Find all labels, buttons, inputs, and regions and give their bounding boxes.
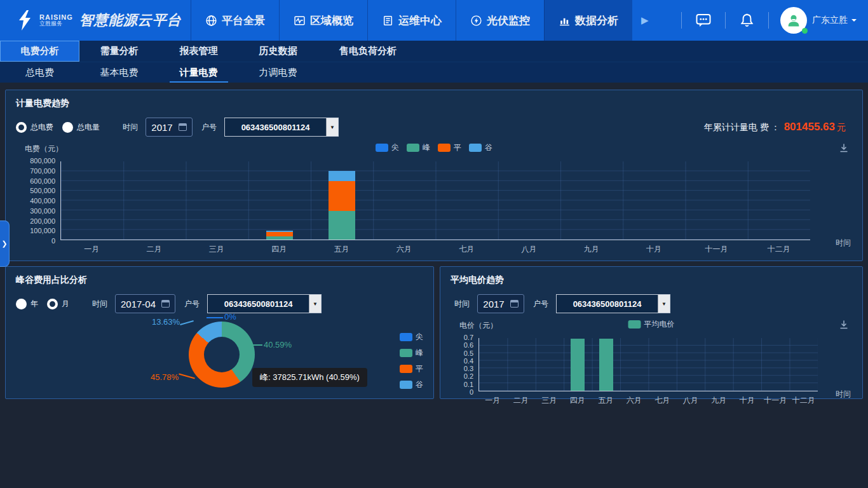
radio-total-fee[interactable] (16, 122, 27, 133)
y-tick-label: 700,000 (30, 167, 55, 175)
panel-title: 平均电价趋势 (440, 267, 862, 286)
x-tick-label: 七月 (435, 244, 498, 255)
legend-label: 平均电价 (644, 319, 675, 330)
bar[interactable] (329, 161, 355, 240)
tab-power-factor-fee[interactable]: 力调电费 (238, 62, 318, 83)
year-picker[interactable]: 2017 (146, 118, 193, 137)
year-picker[interactable]: 2017 (477, 294, 524, 313)
globe-icon (205, 15, 217, 27)
bar[interactable] (79, 161, 105, 240)
tab-label: 历史数据 (259, 45, 297, 57)
bar[interactable] (516, 161, 543, 240)
bar[interactable] (454, 161, 480, 240)
bar[interactable] (768, 338, 782, 391)
nav-item-ops-center[interactable]: 运维中心 (367, 0, 456, 41)
message-button[interactable] (682, 11, 725, 29)
donut-chart[interactable] (189, 322, 255, 388)
bar[interactable] (266, 161, 293, 240)
bar[interactable] (641, 161, 667, 240)
month-picker[interactable]: 2017-04 (115, 294, 175, 313)
account-select[interactable]: 063436500801124 ▼ (224, 118, 339, 137)
main-content: 计量电费趋势 总电费 总电量 时间 2017 户号 06343650080112… (0, 83, 868, 488)
pie-controls: 年 月 时间 2017-04 户号 063436500801124 ▼ (16, 294, 423, 314)
y-axis-title: 电费（元） (25, 144, 63, 154)
sidebar-expand-handle[interactable]: ❯ (0, 220, 10, 267)
donut-percent-label: 13.63% (152, 317, 180, 327)
legend-item[interactable]: 平 (400, 363, 423, 374)
y-tick-label: 0.3 (464, 365, 473, 372)
bar[interactable] (515, 338, 529, 391)
radio-month[interactable] (47, 299, 58, 309)
x-tick-label: 七月 (648, 395, 677, 406)
legend-label: 尖 (416, 332, 423, 342)
tab-label: 报表管理 (180, 45, 218, 57)
bar[interactable] (740, 338, 754, 391)
nav-expand-arrow-icon[interactable]: ▶ (632, 0, 658, 41)
price-chart-header: 电价（元） 平均电价 (451, 319, 852, 332)
download-icon[interactable] (838, 142, 850, 154)
x-axis-unit: 时间 (836, 238, 851, 248)
tab-report-management[interactable]: 报表管理 (159, 41, 238, 62)
leader-line (180, 320, 194, 325)
tab-total-fee[interactable]: 总电费 (0, 62, 79, 83)
legend-item[interactable]: 平 (438, 142, 461, 153)
nav-right-tools: 广东立胜 (681, 0, 868, 41)
tab-demand-analysis[interactable]: 需量分析 (79, 41, 159, 62)
radio-total-energy[interactable] (62, 122, 73, 133)
bar[interactable] (684, 338, 698, 391)
user-menu[interactable]: 广东立胜 (780, 7, 857, 34)
tab-metering-fee[interactable]: 计量电费 (159, 62, 238, 83)
bar[interactable] (543, 338, 557, 391)
tab-sale-load-analysis[interactable]: 售电负荷分析 (318, 41, 418, 62)
legend-item[interactable]: 尖 (400, 332, 423, 342)
bar-slot (61, 161, 123, 240)
divider (768, 12, 769, 29)
bar[interactable] (766, 161, 792, 240)
nav-item-data-analysis[interactable]: 数据分析 (544, 0, 632, 41)
tab-basic-fee[interactable]: 基本电费 (79, 62, 159, 83)
legend-swatch (469, 144, 482, 152)
nav-item-platform-overview[interactable]: 平台全景 (191, 0, 279, 41)
tab-history-data[interactable]: 历史数据 (238, 41, 318, 62)
y-tick-label: 0 (51, 237, 55, 245)
bar-slot (498, 161, 560, 240)
x-tick-label: 四月 (248, 244, 310, 255)
nav-item-pv-monitoring[interactable]: 光伏监控 (456, 0, 544, 41)
bar[interactable] (627, 338, 641, 391)
tab-fee-analysis[interactable]: 电费分析 (0, 41, 79, 62)
bar[interactable] (141, 161, 168, 240)
download-icon[interactable] (838, 319, 850, 330)
bar[interactable] (599, 338, 613, 391)
account-select[interactable]: 063436500801124 ▼ (207, 294, 322, 313)
bar[interactable] (656, 338, 670, 391)
legend-item[interactable]: 峰 (400, 348, 423, 358)
price-controls: 时间 2017 户号 063436500801124 ▼ (451, 294, 852, 314)
nav-label: 区域概览 (310, 13, 353, 28)
module-tabs: 电费分析 需量分析 报表管理 历史数据 售电负荷分析 (0, 41, 868, 62)
brand-subtitle: 立胜服务 (39, 21, 73, 27)
bar[interactable] (797, 338, 811, 391)
y-axis-title: 电价（元） (459, 320, 498, 331)
bar-segment (266, 232, 293, 236)
legend-swatch (438, 144, 451, 152)
account-select[interactable]: 063436500801124 ▼ (556, 294, 670, 313)
legend-item[interactable]: 谷 (469, 142, 492, 153)
bar[interactable] (571, 338, 585, 391)
nav-item-region-overview[interactable]: 区域概览 (279, 0, 367, 41)
bar[interactable] (578, 161, 605, 240)
bar[interactable] (703, 161, 730, 240)
bar[interactable] (486, 338, 500, 391)
notification-button[interactable] (726, 12, 768, 29)
legend-item[interactable]: 峰 (407, 142, 430, 153)
radio-year[interactable] (16, 299, 27, 309)
y-tick-label: 0.1 (464, 381, 473, 388)
time-label: 时间 (92, 299, 107, 309)
bar[interactable] (204, 161, 231, 240)
bar[interactable] (391, 161, 417, 240)
legend-item[interactable]: 尖 (376, 142, 399, 153)
bar-slot (705, 338, 733, 391)
legend-item[interactable]: 平均电价 (628, 319, 675, 330)
bar[interactable] (712, 338, 726, 391)
legend-item[interactable]: 谷 (400, 379, 423, 390)
x-tick-label: 五月 (592, 395, 620, 406)
